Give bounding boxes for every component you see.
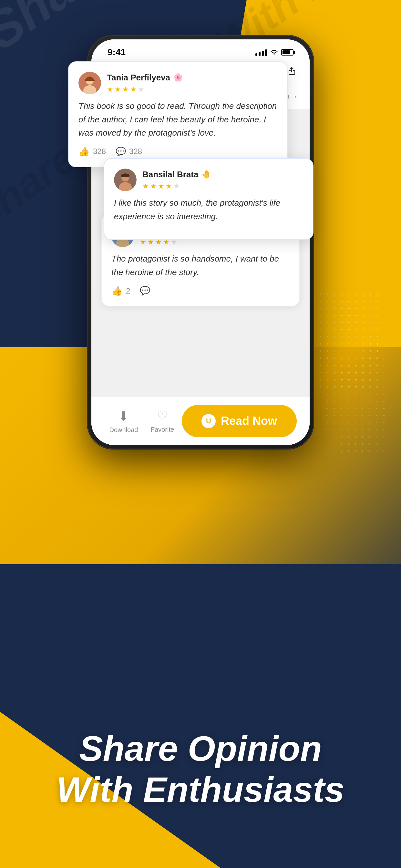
favorite-button[interactable]: ♡ Favorite (143, 409, 182, 433)
status-time: 9:41 (107, 47, 126, 58)
reviewer-name-tania: Tania Perfilyeva (107, 73, 170, 83)
review-text-yi: The protagonist is so handsome, I want t… (112, 252, 289, 279)
download-label: Download (110, 426, 138, 434)
like-count-yi: 2 (126, 286, 130, 296)
tagline-line1: Share Opinion (26, 728, 375, 769)
review-actions-tania: 👍 328 💬 328 (79, 146, 277, 157)
heart-icon: ♡ (157, 409, 168, 423)
svg-rect-9 (121, 175, 129, 177)
comment-icon-yi[interactable]: 💬 (140, 286, 150, 296)
wifi-icon (270, 48, 278, 57)
read-now-button[interactable]: U Read Now (182, 405, 297, 437)
like-icon-tania[interactable]: 👍 (79, 146, 90, 157)
share-button[interactable] (287, 67, 297, 79)
stars-tania: ★ ★ ★ ★ ★ (107, 85, 277, 94)
avatar-tania (79, 72, 101, 94)
comment-count-tania: 328 (129, 147, 142, 156)
review-text-tania: This book is so good to read. Through th… (79, 99, 277, 140)
chapter-arrow-icon: › (295, 93, 297, 101)
read-now-label: Read Now (221, 414, 277, 428)
comment-icon-tania[interactable]: 💬 (116, 147, 126, 157)
favorite-label: Favorite (151, 426, 174, 433)
signal-icon (255, 49, 267, 56)
status-bar: 9:41 (91, 39, 310, 61)
bottom-action-bar: ⬇ Download ♡ Favorite U Read Now (91, 397, 310, 445)
reviewer-emoji-bansilal: 🤚 (202, 170, 211, 179)
phone-device: 9:41 (88, 35, 313, 449)
status-icons (255, 48, 294, 57)
like-icon-yi[interactable]: 👍 (112, 285, 123, 296)
stars-bansilal: ★ ★ ★ ★ ★ (143, 182, 303, 190)
floating-review-card-bansilal: Bansilal Brata 🤚 ★ ★ ★ ★ ★ I like this s… (104, 158, 313, 240)
review-text-bansilal: I like this story so much, the protagoni… (114, 196, 303, 223)
reviewer-emoji-tania: 🌸 (174, 73, 183, 82)
tagline-line2: With Enthusiasts (26, 769, 375, 810)
avatar-bansilal (114, 168, 136, 191)
battery-icon (281, 49, 294, 56)
like-count-tania: 328 (93, 147, 106, 156)
download-icon: ⬇ (118, 409, 129, 424)
dot-pattern-2 (323, 355, 388, 452)
tagline-section: Share Opinion With Enthusiasts (0, 728, 401, 810)
reviewer-name-bansilal: Bansilal Brata (143, 169, 198, 180)
download-button[interactable]: ⬇ Download (104, 409, 143, 434)
floating-review-card-tania: Tania Perfilyeva 🌸 ★ ★ ★ ★ ★ This book i… (68, 61, 288, 167)
app-logo: U (202, 414, 216, 428)
review-actions-yi: 👍 2 💬 (112, 285, 289, 296)
